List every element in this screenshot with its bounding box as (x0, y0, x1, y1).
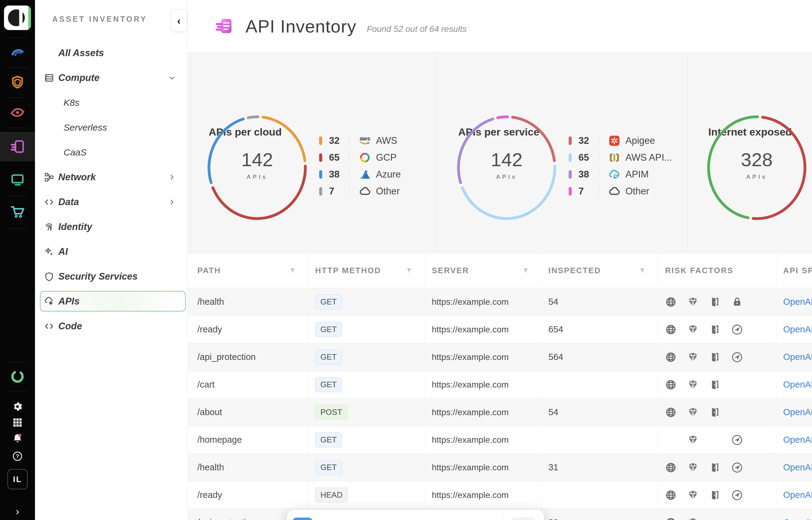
shield-outline-icon (43, 271, 55, 282)
api-spec-link[interactable]: OpenAPI (783, 490, 812, 500)
table-row[interactable]: /aboutPOSThttps://example.com54OpenAPI (188, 398, 812, 426)
api-spec-link[interactable]: OpenAPI (783, 518, 812, 520)
api-spec-link[interactable]: OpenAPI (783, 352, 812, 362)
main-content: API Inventory Found 52 out of 64 results… (188, 0, 812, 520)
gear-icon[interactable] (0, 398, 35, 415)
gem-icon (687, 407, 699, 418)
gem-icon (687, 324, 699, 335)
sidebar-item-apis[interactable]: APIs (35, 289, 188, 314)
globe-icon (665, 352, 676, 363)
table-row[interactable]: /api_protectionGEThttps://example.com564… (188, 343, 812, 371)
server-cell: https://example.com (425, 426, 542, 453)
path-cell: /ready (188, 482, 309, 509)
api-spec-link[interactable]: OpenAPI (783, 462, 812, 472)
sidebar-item-identity[interactable]: Identity (35, 214, 188, 239)
table-row[interactable]: /healthGEThttps://example.com31OpenAPI (188, 454, 812, 482)
http-method-badge: GET (315, 349, 342, 365)
api-spec-link[interactable]: OpenAPI (783, 297, 812, 307)
sidebar-item-k8s[interactable]: K8s (35, 90, 188, 115)
expand-rail-icon[interactable]: › (0, 505, 35, 517)
sidebar-item-serverless[interactable]: Serverless (35, 115, 188, 140)
api-spec-link[interactable]: OpenAPI (783, 380, 812, 390)
user-avatar[interactable]: IL (7, 469, 28, 489)
column-header-http-method[interactable]: HTTP METHOD (309, 253, 425, 288)
grid-icon[interactable] (360, 519, 373, 520)
sidebar-item-caas[interactable]: CaaS (35, 140, 188, 165)
risk-factors-cell (658, 426, 777, 453)
gem-icon (687, 352, 699, 363)
download-icon[interactable] (391, 519, 404, 520)
sidebar-nav: All Assets Compute K8s Serverless CaaS N… (35, 41, 188, 338)
sidebar-item-ai[interactable]: AI (35, 239, 188, 264)
sidebar-item-security-services[interactable]: Security Services (35, 264, 188, 289)
api-spec-link[interactable]: OpenAPI (783, 435, 812, 445)
posture-icon[interactable] (0, 42, 35, 62)
eye-icon[interactable] (0, 102, 35, 123)
filter-icon[interactable] (522, 267, 529, 274)
primary-page-button[interactable] (292, 518, 313, 520)
company-logo[interactable] (4, 5, 31, 30)
cart-icon[interactable] (0, 202, 35, 222)
table-row[interactable]: /homepageGEThttps://example.comOpenAPI (188, 426, 812, 454)
server-cell: https://example.com (425, 343, 542, 371)
legend-item: 7 Other (569, 183, 672, 200)
chart-legend: 32 Apigee 65 AWS API... 38 APIM (569, 132, 672, 200)
plane-icon (731, 462, 743, 473)
columns-icon[interactable] (326, 519, 340, 520)
method-cell: GET (309, 316, 425, 343)
column-header-path[interactable]: PATH (188, 253, 309, 288)
table-row[interactable]: /readyHEADhttps://example.comOpenAPI (188, 482, 812, 509)
inspected-cell: 564 (542, 343, 658, 371)
api-doc-icon[interactable] (0, 136, 35, 157)
filter-icon[interactable] (406, 267, 413, 274)
api-inventory-icon (215, 17, 234, 35)
apps-grid-icon[interactable] (0, 415, 35, 431)
risk-factors-cell (658, 343, 777, 371)
api-spec-link[interactable]: OpenAPI (783, 324, 812, 335)
filter-icon[interactable] (289, 267, 296, 274)
bell-icon[interactable] (0, 431, 35, 446)
gem-icon (687, 462, 699, 473)
help-icon[interactable]: ? (0, 448, 35, 464)
api-table-body: /healthGEThttps://example.com54OpenAPI/r… (188, 288, 812, 520)
inspected-cell: 88 (542, 509, 658, 520)
column-header-api-spec[interactable]: API SPEC (777, 253, 812, 288)
server-cell: https://example.com (425, 371, 542, 398)
column-header-risk-factors[interactable]: RISK FACTORS (658, 253, 777, 288)
chevron-down-icon (168, 74, 176, 82)
sidebar-item-data[interactable]: Data (35, 189, 188, 214)
donut-center-value: 328 (723, 149, 790, 171)
column-header-server[interactable]: SERVER (425, 253, 542, 288)
collapse-sidebar-button[interactable]: ‹ (171, 9, 187, 32)
page-size-button[interactable] (510, 518, 535, 520)
server-cell: https://example.com (425, 288, 542, 315)
column-header-inspected[interactable]: INSPECTED (542, 253, 658, 288)
legend-marker (319, 153, 322, 162)
globe-icon (665, 296, 676, 308)
spinner-icon[interactable] (0, 366, 35, 387)
monitor-icon[interactable] (0, 169, 35, 189)
sidebar-item-code[interactable]: Code (35, 314, 188, 338)
sidebar-item-network[interactable]: Network (35, 165, 188, 189)
donut-center-value: 142 (223, 149, 291, 171)
api-spec-cell: OpenAPI (777, 371, 812, 398)
chevron-right-icon (168, 198, 176, 206)
api-spec-link[interactable]: OpenAPI (783, 407, 812, 417)
sidebar-item-all-assets[interactable]: All Assets (35, 41, 188, 65)
donut-center-unit: APIs (223, 174, 291, 180)
risk-factors-cell (658, 398, 777, 426)
risk-factors-cell (658, 454, 777, 481)
risk-factors-cell (658, 509, 777, 520)
table-row[interactable]: /readyGEThttps://example.com654OpenAPI (188, 316, 812, 343)
legend-item: 32 Apigee (569, 132, 672, 149)
filter-icon[interactable] (639, 267, 646, 274)
globe-icon (665, 407, 676, 418)
shield-icon[interactable] (0, 72, 35, 93)
chevrons-icon[interactable] (479, 519, 493, 520)
api-spec-cell: OpenAPI (777, 398, 812, 426)
sidebar-item-compute[interactable]: Compute (35, 65, 188, 90)
record-icon[interactable] (449, 519, 463, 520)
chart-card-internet-exposed: Internet exposed 328 APIs (687, 52, 812, 253)
table-row[interactable]: /healthGEThttps://example.com54OpenAPI (188, 288, 812, 316)
table-row[interactable]: /cartGEThttps://example.comOpenAPI (188, 371, 812, 398)
